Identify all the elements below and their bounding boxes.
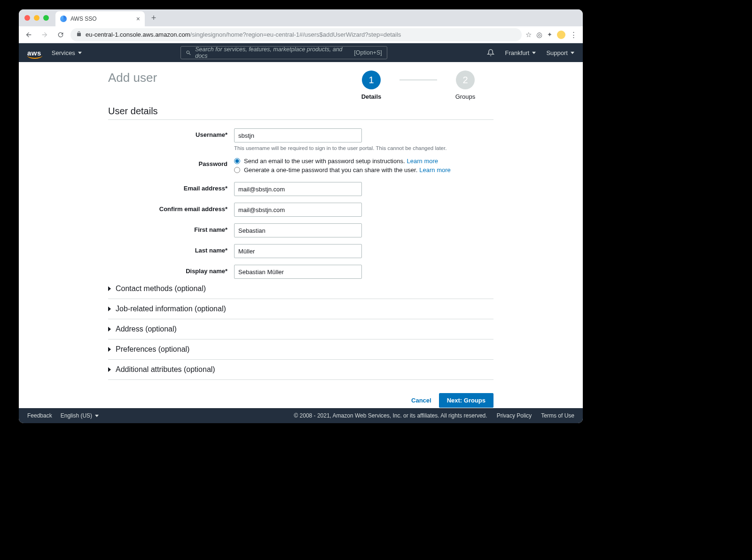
page-content: Add user 1 Details 2 Groups User details… xyxy=(19,62,583,408)
display-name-label: Display name* xyxy=(108,265,234,275)
chevron-right-icon xyxy=(108,286,111,291)
password-label: Password xyxy=(108,158,234,167)
chevron-right-icon xyxy=(108,307,111,311)
region-label: Frankfurt xyxy=(505,49,529,56)
radio-label: Send an email to the user with password … xyxy=(244,158,405,165)
first-name-input[interactable] xyxy=(234,223,362,237)
search-shortcut: [Option+S] xyxy=(354,49,382,56)
caret-down-icon xyxy=(78,52,82,54)
address-bar[interactable]: eu-central-1.console.aws.amazon.com/sing… xyxy=(70,28,522,41)
accordion-label: Job-related information (optional) xyxy=(116,305,226,313)
step-label: Groups xyxy=(455,93,476,100)
window-controls xyxy=(24,15,49,21)
accordion-address[interactable]: Address (optional) xyxy=(108,319,494,339)
browser-menu-icon[interactable]: ⋮ xyxy=(570,31,577,39)
username-label: Username* xyxy=(108,128,234,138)
new-tab-button[interactable]: + xyxy=(148,12,160,24)
caret-down-icon xyxy=(95,415,99,417)
star-icon[interactable]: ☆ xyxy=(525,31,532,39)
reload-button[interactable] xyxy=(55,29,67,41)
browser-titlebar: AWS SSO × + xyxy=(19,9,583,26)
support-menu[interactable]: Support xyxy=(546,49,574,56)
radio-generate[interactable] xyxy=(234,167,240,173)
next-groups-button[interactable]: Next: Groups xyxy=(439,393,494,408)
profile-avatar[interactable] xyxy=(557,31,565,39)
wizard-step-details[interactable]: 1 Details xyxy=(343,71,400,100)
step-label: Details xyxy=(361,93,382,100)
aws-top-nav: aws Services Search for services, featur… xyxy=(19,43,583,62)
cancel-button[interactable]: Cancel xyxy=(411,397,431,404)
aws-logo[interactable]: aws xyxy=(27,49,41,57)
url-host: eu-central-1.console.aws.amazon.com xyxy=(86,31,190,38)
step-connector xyxy=(400,79,437,80)
last-name-label: Last name* xyxy=(108,244,234,254)
step-number: 1 xyxy=(362,71,381,89)
wizard-step-groups[interactable]: 2 Groups xyxy=(437,71,494,100)
chevron-right-icon xyxy=(108,347,111,352)
username-input[interactable] xyxy=(234,128,362,142)
search-icon xyxy=(186,50,192,56)
accordion-additional-attributes[interactable]: Additional attributes (optional) xyxy=(108,360,494,380)
lock-icon xyxy=(76,31,82,38)
first-name-label: First name* xyxy=(108,223,234,233)
accordion-label: Preferences (optional) xyxy=(116,345,189,354)
password-option-email[interactable]: Send an email to the user with password … xyxy=(234,158,494,165)
copyright-text: © 2008 - 2021, Amazon Web Services, Inc.… xyxy=(294,412,487,419)
extensions-menu-icon[interactable]: ✦ xyxy=(547,31,552,38)
services-label: Services xyxy=(52,49,75,56)
minimize-window-button[interactable] xyxy=(34,15,39,21)
maximize-window-button[interactable] xyxy=(43,15,49,21)
email-label: Email address* xyxy=(108,182,234,192)
browser-window: AWS SSO × + eu-central-1.console.aws.ama… xyxy=(19,9,583,423)
url-path: /singlesignon/home?region=eu-central-1#/… xyxy=(190,31,401,38)
confirm-email-label: Confirm email address* xyxy=(108,203,234,213)
language-label: English (US) xyxy=(61,412,92,419)
accordion-job-related[interactable]: Job-related information (optional) xyxy=(108,299,494,319)
display-name-input[interactable] xyxy=(234,265,362,279)
terms-of-use-link[interactable]: Terms of Use xyxy=(541,412,574,419)
form-actions: Cancel Next: Groups xyxy=(108,393,494,408)
close-tab-icon[interactable]: × xyxy=(136,15,140,23)
username-hint: This username will be required to sign i… xyxy=(234,145,494,151)
browser-toolbar: eu-central-1.console.aws.amazon.com/sing… xyxy=(19,26,583,43)
caret-down-icon xyxy=(532,52,536,54)
confirm-email-input[interactable] xyxy=(234,203,362,217)
back-button[interactable] xyxy=(23,29,35,41)
chevron-right-icon xyxy=(108,327,111,331)
last-name-input[interactable] xyxy=(234,244,362,258)
accordion-label: Address (optional) xyxy=(116,325,177,333)
aws-search-bar[interactable]: Search for services, features, marketpla… xyxy=(180,46,387,59)
learn-more-link[interactable]: Learn more xyxy=(407,158,438,165)
toolbar-right: ☆ ◎ ✦ ⋮ xyxy=(525,31,579,39)
search-placeholder: Search for services, features, marketpla… xyxy=(195,46,350,59)
radio-label: Generate a one-time password that you ca… xyxy=(244,166,417,174)
email-input[interactable] xyxy=(234,182,362,196)
accordion-contact-methods[interactable]: Contact methods (optional) xyxy=(108,279,494,299)
support-label: Support xyxy=(546,49,568,56)
privacy-policy-link[interactable]: Privacy Policy xyxy=(497,412,532,419)
accordion-label: Additional attributes (optional) xyxy=(116,365,215,374)
accordion-preferences[interactable]: Preferences (optional) xyxy=(108,339,494,360)
extension-icon[interactable]: ◎ xyxy=(536,31,542,39)
learn-more-link[interactable]: Learn more xyxy=(419,166,450,174)
aws-footer: Feedback English (US) © 2008 - 2021, Ama… xyxy=(19,408,583,423)
browser-tab[interactable]: AWS SSO × xyxy=(55,11,145,26)
services-menu[interactable]: Services xyxy=(52,49,82,56)
feedback-link[interactable]: Feedback xyxy=(27,412,52,419)
caret-down-icon xyxy=(571,52,574,54)
section-heading: User details xyxy=(108,106,494,120)
forward-button[interactable] xyxy=(39,29,51,41)
step-number: 2 xyxy=(456,71,475,89)
close-window-button[interactable] xyxy=(24,15,30,21)
language-selector[interactable]: English (US) xyxy=(61,412,99,419)
radio-email[interactable] xyxy=(234,158,240,164)
tab-title: AWS SSO xyxy=(70,16,97,22)
wizard-stepper: 1 Details 2 Groups xyxy=(343,71,494,100)
cloud-icon xyxy=(60,16,67,22)
notifications-icon[interactable] xyxy=(487,49,494,56)
password-option-generate[interactable]: Generate a one-time password that you ca… xyxy=(234,166,494,174)
region-selector[interactable]: Frankfurt xyxy=(505,49,536,56)
chevron-right-icon xyxy=(108,367,111,372)
accordion-label: Contact methods (optional) xyxy=(116,284,206,293)
